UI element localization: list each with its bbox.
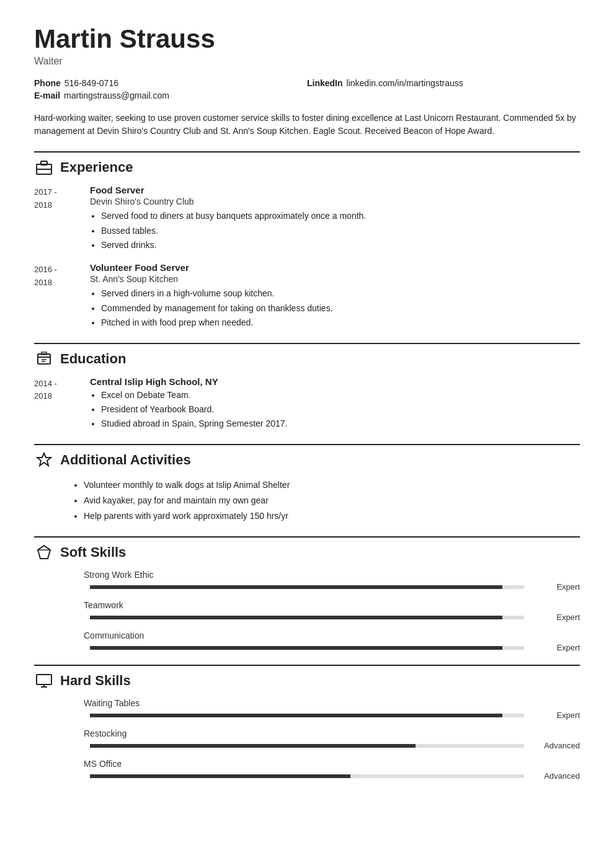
skill-item: MS Office Advanced (34, 759, 580, 781)
hard-skills-list: Waiting Tables Expert Restocking Advance… (34, 698, 580, 781)
entry-company: St. Ann's Soup Kitchen (90, 274, 580, 284)
linkedin-value: linkedin.com/in/martingstrauss (347, 78, 463, 88)
education-section: Education 2014 -2018 Central Islip High … (34, 343, 580, 432)
list-item: Excel on Debate Team. (101, 388, 580, 402)
svg-rect-13 (37, 675, 51, 684)
skill-bar (90, 744, 524, 748)
soft-skills-title: Soft Skills (60, 544, 126, 560)
entry-bullets: Excel on Debate Team.President of Yearbo… (90, 388, 580, 431)
skill-level: Expert (530, 643, 580, 652)
entry-content: Volunteer Food Server St. Ann's Soup Kit… (90, 262, 580, 330)
skill-level: Expert (530, 613, 580, 622)
list-item: Volunteer monthly to walk dogs at Islip … (84, 477, 580, 493)
skill-name: Restocking (34, 728, 580, 738)
skill-bar-row: Expert (34, 711, 580, 720)
experience-section: Experience 2017 -2018 Food Server Devin … (34, 151, 580, 330)
hard-skills-section: Hard Skills Waiting Tables Expert Restoc… (34, 665, 580, 781)
list-item: Served drinks. (101, 238, 580, 252)
skill-item: Communication Expert (34, 631, 580, 652)
entry-dates: 2017 -2018 (34, 185, 84, 252)
list-item: Commended by management for taking on th… (101, 301, 580, 315)
education-title: Education (60, 351, 126, 367)
svg-line-12 (44, 546, 50, 550)
soft-skills-header: Soft Skills (34, 536, 580, 562)
skill-bar-row: Advanced (34, 741, 580, 750)
contact-section: Phone 516-849-0716 LinkedIn linkedin.com… (34, 78, 580, 100)
soft-skills-icon (34, 542, 54, 562)
skill-level: Advanced (530, 741, 580, 750)
skill-bar-row: Expert (34, 613, 580, 622)
skill-bar (90, 646, 524, 650)
soft-skills-list: Strong Work Ethic Expert Teamwork Expert… (34, 570, 580, 652)
skill-item: Waiting Tables Expert (34, 698, 580, 720)
education-icon (34, 349, 54, 369)
list-item: Served food to diners at busy banquets a… (101, 209, 580, 223)
experience-entry: 2017 -2018 Food Server Devin Shiro's Cou… (34, 185, 580, 252)
list-item: Help parents with yard work approximatel… (84, 508, 580, 524)
phone-contact: Phone 516-849-0716 (34, 78, 307, 88)
skill-name: Waiting Tables (34, 698, 580, 708)
svg-marker-9 (38, 546, 50, 559)
svg-rect-1 (41, 161, 47, 165)
experience-header: Experience (34, 151, 580, 177)
activities-header: Additional Activities (34, 444, 580, 470)
linkedin-contact: LinkedIn linkedin.com/in/martingstrauss (307, 78, 580, 88)
activities-icon (34, 450, 54, 470)
entry-content: Food Server Devin Shiro's Country Club S… (90, 185, 580, 252)
email-value: martingstrauss@gmail.com (64, 91, 169, 100)
skill-level: Expert (530, 711, 580, 720)
skill-level: Advanced (530, 771, 580, 781)
list-item: Pitched in with food prep when needed. (101, 316, 580, 329)
entry-dates: 2016 -2018 (34, 262, 84, 330)
entry-company: Devin Shiro's Country Club (90, 197, 580, 206)
list-item: President of Yearbook Board. (101, 402, 580, 416)
hard-skills-title: Hard Skills (60, 673, 131, 689)
skill-name: Strong Work Ethic (34, 570, 580, 580)
skill-item: Strong Work Ethic Expert (34, 570, 580, 591)
phone-value: 516-849-0716 (65, 78, 118, 88)
skill-bar-row: Expert (34, 582, 580, 591)
activities-list: Volunteer monthly to walk dogs at Islip … (34, 477, 580, 525)
hard-skills-header: Hard Skills (34, 665, 580, 691)
soft-skills-section: Soft Skills Strong Work Ethic Expert Tea… (34, 536, 580, 652)
skill-bar (90, 585, 524, 589)
skill-bar-row: Advanced (34, 771, 580, 781)
experience-list: 2017 -2018 Food Server Devin Shiro's Cou… (34, 185, 580, 330)
skill-bar (90, 774, 524, 778)
phone-label: Phone (34, 78, 61, 88)
list-item: Avid kayaker, pay for and maintain my ow… (84, 493, 580, 508)
activities-title: Additional Activities (60, 452, 191, 468)
entry-bullets: Served diners in a high-volume soup kitc… (90, 286, 580, 329)
education-list: 2014 -2018 Central Islip High School, NY… (34, 376, 580, 432)
svg-rect-3 (38, 354, 50, 364)
entry-title: Volunteer Food Server (90, 262, 580, 273)
education-header: Education (34, 343, 580, 369)
list-item: Bussed tables. (101, 224, 580, 237)
skill-bar (90, 616, 524, 619)
skill-item: Teamwork Expert (34, 600, 580, 622)
entry-title: Food Server (90, 185, 580, 195)
entry-bullets: Served food to diners at busy banquets a… (90, 209, 580, 252)
experience-entry: 2016 -2018 Volunteer Food Server St. Ann… (34, 262, 580, 330)
summary-text: Hard-working waiter, seeking to use prov… (34, 112, 580, 138)
svg-marker-8 (37, 453, 51, 466)
education-entry: 2014 -2018 Central Islip High School, NY… (34, 376, 580, 432)
svg-line-11 (38, 546, 44, 550)
skill-item: Restocking Advanced (34, 728, 580, 750)
activities-section: Additional Activities Volunteer monthly … (34, 444, 580, 525)
linkedin-label: LinkedIn (307, 78, 343, 88)
skill-bar-row: Expert (34, 643, 580, 652)
entry-title: Central Islip High School, NY (90, 376, 580, 387)
skill-level: Expert (530, 582, 580, 591)
experience-title: Experience (60, 159, 133, 175)
skill-name: MS Office (34, 759, 580, 769)
email-contact: E-mail martingstrauss@gmail.com (34, 91, 307, 100)
skill-name: Teamwork (34, 600, 580, 610)
skill-bar (90, 714, 524, 717)
experience-icon (34, 157, 54, 177)
entry-dates: 2014 -2018 (34, 376, 84, 432)
candidate-name: Martin Strauss (34, 25, 580, 53)
list-item: Studied abroad in Spain, Spring Semester… (101, 417, 580, 430)
hard-skills-icon (34, 671, 54, 691)
skill-name: Communication (34, 631, 580, 640)
